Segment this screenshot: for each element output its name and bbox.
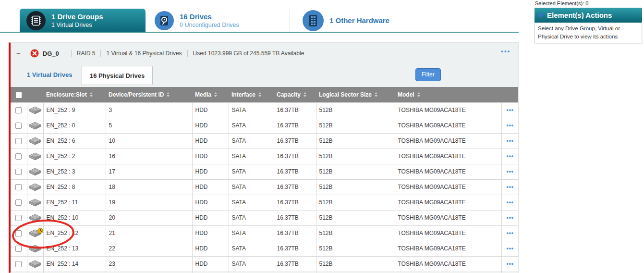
cell-media: HDD xyxy=(192,149,229,164)
row-checkbox[interactable] xyxy=(15,199,22,206)
drive-group-name: DG_0 xyxy=(43,50,59,57)
row-actions-menu[interactable]: ••• xyxy=(501,118,519,133)
cell-model: TOSHIBA MG09ACA18TE xyxy=(395,256,501,272)
cell-model: TOSHIBA MG09ACA18TE xyxy=(395,179,501,195)
physical-drive-icon xyxy=(28,228,42,238)
row-checkbox[interactable] xyxy=(15,215,22,221)
divider xyxy=(71,50,72,57)
table-row: EN_252 : 2 16 HDD SATA 16.37TB 512B TOSH… xyxy=(11,149,519,164)
cell-capacity: 16.37TB xyxy=(274,210,316,225)
row-checkbox[interactable] xyxy=(15,184,22,190)
cell-device-id: 22 xyxy=(106,241,192,256)
tab-virtual-drives[interactable]: 1 Virtual Drives xyxy=(27,71,72,78)
row-checkbox[interactable] xyxy=(15,138,22,144)
drive-group-actions-menu[interactable]: ••• xyxy=(501,48,510,55)
column-header[interactable]: Enclosure:Slot xyxy=(43,87,106,102)
cell-capacity: 16.37TB xyxy=(274,118,316,133)
column-header[interactable]: Media xyxy=(192,87,229,102)
cell-enclosure-slot: EN_252 : 12 xyxy=(43,225,106,241)
cell-capacity: 16.37TB xyxy=(274,164,316,179)
cell-device-id: 20 xyxy=(106,210,192,225)
cell-sector-size: 512B xyxy=(316,225,395,241)
select-all-checkbox[interactable] xyxy=(16,92,22,98)
cell-capacity: 16.37TB xyxy=(274,149,316,164)
row-actions-menu[interactable]: ••• xyxy=(501,102,519,118)
element-actions-panel: Selected Element(s): 0 Element(s) Action… xyxy=(535,0,642,43)
physical-drive-icon xyxy=(28,167,42,176)
cell-enclosure-slot: EN_252 : 2 xyxy=(43,149,106,164)
row-checkbox[interactable] xyxy=(15,153,22,160)
tab-divider xyxy=(290,10,290,32)
cell-capacity: 16.37TB xyxy=(274,179,316,195)
row-actions-menu[interactable]: ••• xyxy=(501,195,519,210)
cell-sector-size: 512B xyxy=(316,195,395,210)
column-header[interactable]: Device/Persistent ID xyxy=(106,87,192,102)
physical-drive-icon xyxy=(28,198,42,207)
row-checkbox[interactable] xyxy=(15,169,22,175)
column-header[interactable]: Capacity xyxy=(274,87,316,102)
cell-sector-size: 512B xyxy=(316,256,395,272)
cell-enclosure-slot: EN_252 : 13 xyxy=(43,241,106,256)
column-header[interactable]: Model xyxy=(395,87,501,102)
cell-enclosure-slot: EN_252 : 10 xyxy=(43,210,106,225)
row-actions-menu[interactable]: ••• xyxy=(501,133,519,149)
cell-sector-size: 512B xyxy=(316,118,395,133)
drives-icon xyxy=(155,11,174,30)
row-actions-menu[interactable]: ••• xyxy=(501,164,519,179)
cell-media: HDD xyxy=(192,102,229,118)
sort-icon xyxy=(90,92,93,97)
row-actions-menu[interactable]: ••• xyxy=(501,225,519,241)
row-checkbox[interactable] xyxy=(15,123,22,129)
cell-capacity: 16.37TB xyxy=(274,133,316,149)
cell-media: HDD xyxy=(192,133,229,149)
error-status-icon xyxy=(30,49,39,58)
row-actions-menu[interactable]: ••• xyxy=(501,149,519,164)
cell-sector-size: 512B xyxy=(316,149,395,164)
row-checkbox[interactable] xyxy=(15,246,22,252)
row-checkbox[interactable] xyxy=(15,261,22,267)
sort-icon xyxy=(214,92,217,97)
drive-table-body: EN_252 : 9 3 HDD SATA 16.37TB 512B TOSHI… xyxy=(11,102,519,273)
physical-drives-table: Enclosure:SlotDevice/Persistent IDMediaI… xyxy=(11,87,519,273)
cell-device-id: 23 xyxy=(106,256,192,272)
cell-capacity: 16.37TB xyxy=(274,195,316,210)
tab-drive-groups[interactable]: 1 Drive Groups 1 Virtual Drives xyxy=(20,9,146,33)
row-actions-menu[interactable]: ••• xyxy=(501,256,519,272)
cell-device-id: 21 xyxy=(106,225,192,241)
cell-enclosure-slot: EN_252 : 3 xyxy=(43,164,106,179)
cell-capacity: 16.37TB xyxy=(274,256,316,272)
row-actions-menu[interactable]: ••• xyxy=(501,179,519,195)
tab-title: 1 Drive Groups xyxy=(51,12,103,22)
row-actions-menu[interactable]: ••• xyxy=(501,210,519,225)
cell-model: TOSHIBA MG09ACA18TE xyxy=(395,149,501,164)
column-header[interactable]: Interface xyxy=(229,87,274,102)
physical-drive-icon xyxy=(28,151,42,161)
cell-media: HDD xyxy=(192,225,229,241)
sort-icon xyxy=(258,92,261,97)
tab-physical-drives[interactable]: 16 Physical Drives xyxy=(82,66,153,85)
diamond-icon xyxy=(539,13,544,18)
cell-interface: SATA xyxy=(229,133,274,149)
element-actions-header[interactable]: Element(s) Actions xyxy=(535,8,642,23)
table-row: EN_252 : 10 20 HDD SATA 16.37TB 512B TOS… xyxy=(11,210,519,225)
collapse-icon[interactable]: − xyxy=(16,51,21,56)
physical-drive-icon xyxy=(28,121,42,130)
cell-media: HDD xyxy=(192,195,229,210)
table-row: EN_252 : 9 3 HDD SATA 16.37TB 512B TOSHI… xyxy=(11,102,519,118)
cell-device-id: 17 xyxy=(106,164,192,179)
cell-capacity: 16.37TB xyxy=(274,102,316,118)
cell-sector-size: 512B xyxy=(316,164,395,179)
column-header[interactable]: Logical Sector Size xyxy=(316,87,395,102)
physical-drive-icon xyxy=(28,136,42,146)
tab-drives[interactable]: 16 Drives 0 Unconfigured Drives xyxy=(155,9,239,33)
row-checkbox[interactable] xyxy=(15,107,22,113)
cell-interface: SATA xyxy=(229,241,274,256)
filter-button[interactable]: Filter xyxy=(415,68,441,81)
cell-capacity: 16.37TB xyxy=(274,241,316,256)
cell-model: TOSHIBA MG09ACA18TE xyxy=(395,102,501,118)
tab-other-hardware[interactable]: 1 Other Hardware xyxy=(303,9,389,33)
element-actions-hint: Select any Drive Group, Virtual or Physi… xyxy=(535,23,642,43)
row-actions-menu[interactable]: ••• xyxy=(501,241,519,256)
cell-enclosure-slot: EN_252 : 6 xyxy=(43,133,106,149)
row-checkbox[interactable] xyxy=(15,230,22,236)
